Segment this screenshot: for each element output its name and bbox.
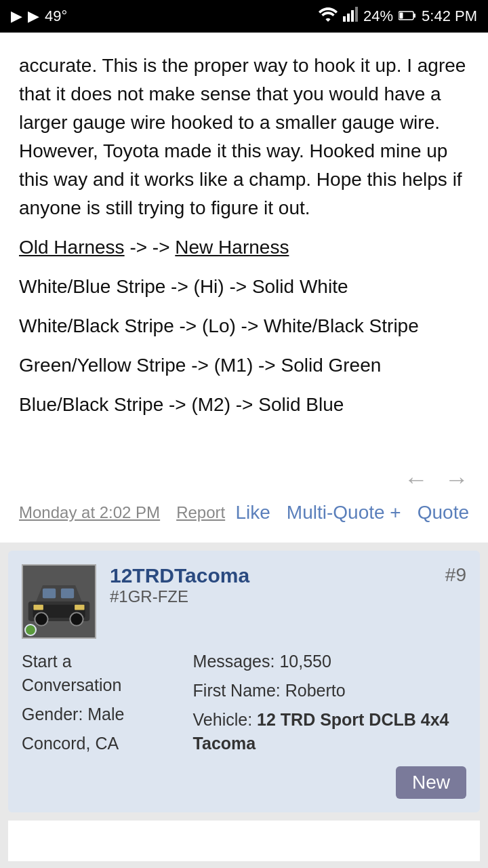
post-actions: Like Multi-Quote + Quote bbox=[235, 502, 469, 524]
svg-rect-14 bbox=[33, 605, 43, 610]
new-harness-label: New Harness bbox=[175, 237, 289, 258]
first-name-value: Roberto bbox=[285, 681, 346, 700]
svg-point-11 bbox=[70, 612, 83, 625]
app-icon-1: ▶ bbox=[11, 7, 22, 25]
battery-icon bbox=[399, 7, 416, 25]
time: 5:42 PM bbox=[422, 7, 477, 25]
wiring-line-2: White/Black Stripe -> (Lo) -> White/Blac… bbox=[19, 312, 469, 340]
post-body: accurate. This is the proper way to hook… bbox=[19, 52, 469, 419]
start-conversation-link[interactable]: Start a Conversation bbox=[22, 650, 152, 697]
battery-level: 24% bbox=[363, 7, 393, 25]
svg-rect-1 bbox=[347, 14, 350, 22]
report-link[interactable]: Report bbox=[176, 503, 225, 522]
user-location: Concord, CA bbox=[22, 732, 152, 755]
user-name-group: 12TRDTacoma #1GR-FZE bbox=[110, 564, 249, 606]
quote-button[interactable]: Quote bbox=[418, 502, 469, 524]
next-post-preview bbox=[8, 821, 480, 861]
post-number: #9 bbox=[445, 564, 466, 586]
svg-rect-13 bbox=[61, 589, 74, 598]
multi-quote-button[interactable]: Multi-Quote + bbox=[287, 502, 401, 524]
user-tag: #1GR-FZE bbox=[110, 587, 249, 606]
signal-icon bbox=[343, 7, 358, 26]
user-gender: Gender: Male bbox=[22, 703, 152, 726]
status-bar: ▶ ▶ 49° 24% 5:42 PM bbox=[0, 0, 488, 33]
user-info-left: 12TRDTacoma #1GR-FZE bbox=[22, 564, 249, 639]
user-details-right: Messages: 10,550 First Name: Roberto Veh… bbox=[193, 650, 466, 761]
post-card: accurate. This is the proper way to hook… bbox=[0, 33, 488, 542]
new-badge[interactable]: New bbox=[396, 766, 466, 799]
old-harness-label: Old Harness bbox=[19, 237, 125, 258]
post-paragraph-1: accurate. This is the proper way to hook… bbox=[19, 52, 469, 222]
avatar-container bbox=[22, 564, 96, 639]
new-badge-row: New bbox=[22, 766, 466, 799]
vehicle-label: Vehicle: bbox=[193, 710, 253, 729]
svg-rect-3 bbox=[355, 7, 358, 22]
user-details-left: Start a Conversation Gender: Male Concor… bbox=[22, 650, 152, 761]
wiring-line-4: Blue/Black Stripe -> (M2) -> Solid Blue bbox=[19, 391, 469, 419]
user-messages: Messages: 10,550 bbox=[193, 650, 466, 673]
wiring-line-1: White/Blue Stripe -> (Hi) -> Solid White bbox=[19, 273, 469, 301]
wiring-line-3: Green/Yellow Stripe -> (M1) -> Solid Gre… bbox=[19, 351, 469, 380]
first-name-label: First Name: bbox=[193, 681, 281, 700]
wifi-icon bbox=[319, 7, 338, 26]
like-button[interactable]: Like bbox=[235, 502, 270, 524]
nav-prev-icon[interactable]: ← bbox=[404, 465, 428, 494]
user-vehicle: Vehicle: 12 TRD Sport DCLB 4x4 Tacoma bbox=[193, 708, 466, 755]
svg-rect-15 bbox=[75, 605, 84, 610]
user-card: 12TRDTacoma #1GR-FZE #9 Start a Conversa… bbox=[8, 551, 480, 812]
messages-label: Messages: bbox=[193, 652, 275, 671]
user-first-name: First Name: Roberto bbox=[193, 679, 466, 703]
status-left: ▶ ▶ 49° bbox=[11, 7, 67, 25]
app-icon-2: ▶ bbox=[28, 7, 39, 25]
svg-rect-12 bbox=[43, 589, 56, 598]
svg-rect-2 bbox=[351, 10, 354, 22]
svg-point-10 bbox=[35, 612, 47, 625]
harness-arrow: -> -> bbox=[125, 237, 176, 258]
user-details: Start a Conversation Gender: Male Concor… bbox=[22, 650, 466, 761]
online-indicator bbox=[24, 624, 37, 636]
post-footer: Monday at 2:02 PM Report Like Multi-Quot… bbox=[19, 502, 469, 524]
status-right: 24% 5:42 PM bbox=[319, 7, 477, 26]
nav-arrows: ← → bbox=[19, 465, 469, 494]
svg-rect-0 bbox=[343, 16, 346, 22]
nav-next-icon[interactable]: → bbox=[445, 465, 469, 494]
temperature: 49° bbox=[45, 7, 67, 25]
user-header: 12TRDTacoma #1GR-FZE #9 bbox=[22, 564, 466, 639]
post-timestamp: Monday at 2:02 PM bbox=[19, 503, 160, 522]
username: 12TRDTacoma bbox=[110, 564, 249, 587]
post-meta: Monday at 2:02 PM Report bbox=[19, 503, 225, 522]
post-harness-line: Old Harness -> -> New Harness bbox=[19, 233, 469, 262]
svg-rect-6 bbox=[400, 13, 403, 19]
messages-value: 10,550 bbox=[279, 652, 331, 671]
svg-rect-5 bbox=[413, 14, 415, 18]
